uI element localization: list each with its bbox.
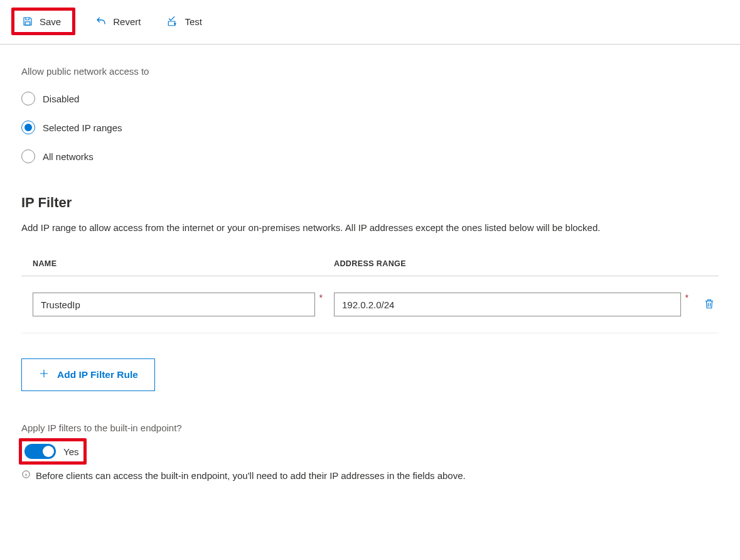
svg-rect-0 bbox=[25, 22, 30, 25]
ip-rule-name-input[interactable] bbox=[33, 293, 315, 316]
radio-selected-ip-label: Selected IP ranges bbox=[43, 122, 122, 133]
ip-filter-table: NAME ADDRESS RANGE * * bbox=[21, 259, 719, 333]
ip-rule-address-input[interactable] bbox=[334, 293, 681, 316]
radio-disabled[interactable]: Disabled bbox=[21, 92, 719, 105]
apply-builtin-info: Before clients can access the built-in e… bbox=[21, 470, 719, 481]
radio-all-networks[interactable]: All networks bbox=[21, 149, 719, 163]
column-header-address-range: ADDRESS RANGE bbox=[334, 259, 719, 268]
network-access-label: Allow public network access to bbox=[21, 66, 719, 77]
test-button[interactable]: Test bbox=[161, 12, 208, 31]
name-cell: * bbox=[33, 293, 334, 316]
plus-icon bbox=[38, 368, 50, 382]
save-highlight: Save bbox=[11, 8, 75, 35]
radio-disabled-label: Disabled bbox=[43, 94, 79, 104]
delete-rule-button[interactable] bbox=[700, 294, 719, 316]
revert-icon bbox=[95, 16, 107, 27]
apply-builtin-label: Apply IP filters to the built-in endpoin… bbox=[21, 423, 719, 433]
revert-button[interactable]: Revert bbox=[89, 12, 147, 31]
toolbar: Save Revert Test bbox=[0, 0, 740, 45]
ip-filter-description: Add IP range to allow access from the in… bbox=[21, 222, 719, 233]
trash-icon bbox=[704, 298, 715, 312]
apply-builtin-toggle-row: Yes bbox=[22, 441, 83, 461]
add-button-label: Add IP Filter Rule bbox=[57, 369, 138, 380]
save-button[interactable]: Save bbox=[16, 12, 67, 31]
table-row: * * bbox=[21, 276, 719, 333]
info-icon bbox=[21, 470, 31, 481]
required-indicator: * bbox=[319, 293, 323, 303]
apply-builtin-section: Apply IP filters to the built-in endpoin… bbox=[21, 423, 719, 481]
radio-icon bbox=[21, 149, 35, 163]
ip-filter-table-header: NAME ADDRESS RANGE bbox=[21, 259, 719, 276]
column-header-name: NAME bbox=[33, 259, 334, 268]
network-access-radio-group: Disabled Selected IP ranges All networks bbox=[21, 92, 719, 163]
toggle-knob-icon bbox=[43, 446, 54, 457]
address-cell: * bbox=[334, 293, 700, 316]
revert-label: Revert bbox=[113, 16, 141, 27]
radio-icon bbox=[21, 121, 35, 134]
test-label: Test bbox=[185, 16, 202, 27]
content-area: Allow public network access to Disabled … bbox=[0, 45, 740, 481]
add-ip-filter-rule-button[interactable]: Add IP Filter Rule bbox=[21, 358, 155, 391]
save-label: Save bbox=[40, 16, 61, 27]
save-icon bbox=[22, 16, 33, 27]
radio-dot-icon bbox=[24, 124, 32, 131]
required-indicator: * bbox=[685, 293, 689, 303]
radio-icon bbox=[21, 92, 35, 105]
test-icon bbox=[167, 16, 178, 27]
apply-builtin-info-text: Before clients can access the built-in e… bbox=[36, 470, 466, 481]
toggle-highlight: Yes bbox=[19, 438, 87, 465]
apply-builtin-toggle-text: Yes bbox=[63, 446, 78, 457]
apply-builtin-toggle[interactable] bbox=[24, 444, 56, 459]
ip-filter-heading: IP Filter bbox=[21, 195, 719, 211]
radio-selected-ip[interactable]: Selected IP ranges bbox=[21, 121, 719, 134]
radio-all-networks-label: All networks bbox=[43, 151, 94, 162]
